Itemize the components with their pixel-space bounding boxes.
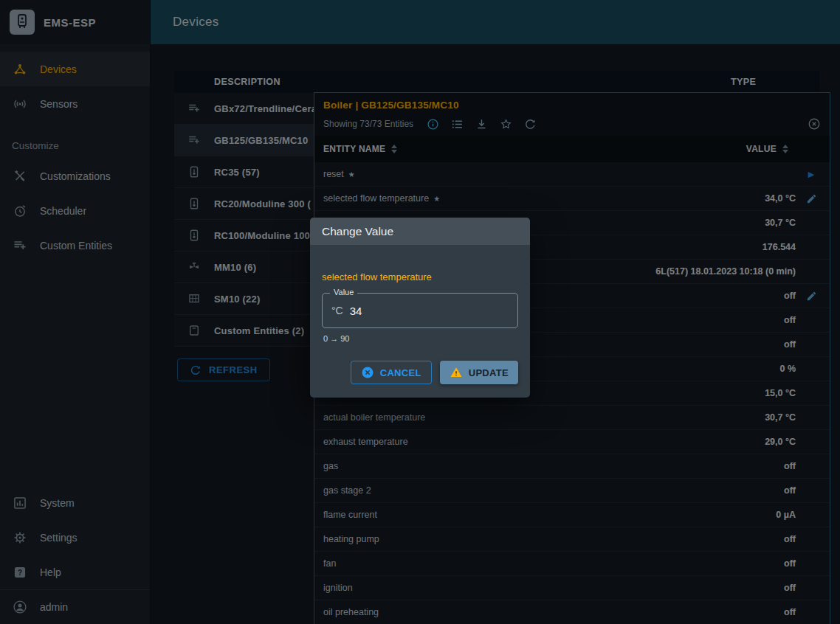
value-range-hint: 0 → 90: [323, 334, 518, 343]
warning-icon: [450, 366, 463, 379]
value-unit: °C: [331, 305, 343, 316]
app-root: Devices EMS-ESP Devices Sensors Customiz…: [0, 0, 840, 624]
cancel-icon: [361, 366, 374, 379]
cancel-button[interactable]: CANCEL: [351, 361, 432, 384]
update-button[interactable]: UPDATE: [440, 361, 518, 384]
dialog-body: selected flow temperature Value °C 34 0 …: [310, 245, 530, 398]
change-value-dialog: Change Value selected flow temperature V…: [310, 218, 530, 398]
dialog-actions: CANCEL UPDATE: [322, 361, 518, 384]
dialog-title: Change Value: [310, 218, 530, 245]
value-input-text: 34: [350, 305, 362, 317]
value-input-label: Value: [330, 288, 357, 297]
value-input[interactable]: Value °C 34: [322, 293, 518, 328]
update-label: UPDATE: [469, 367, 509, 378]
cancel-label: CANCEL: [380, 367, 421, 378]
dialog-entity-name: selected flow temperature: [322, 271, 518, 282]
